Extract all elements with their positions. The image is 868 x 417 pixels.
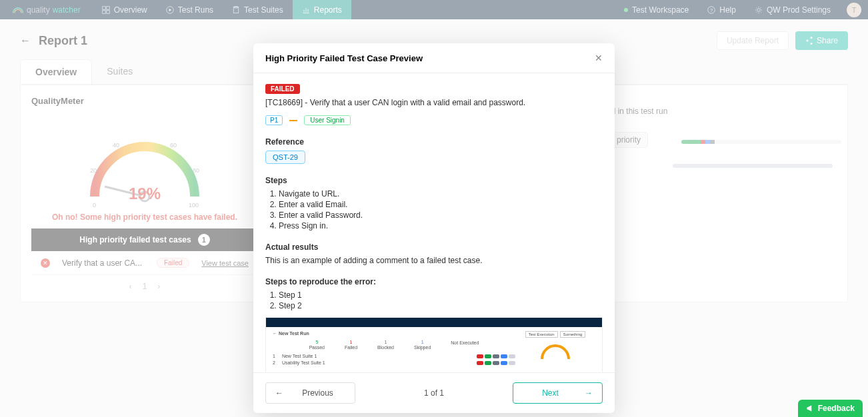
modal-title: High Priority Failed Test Case Preview [265,53,423,63]
status-badge: FAILED [265,84,300,94]
arrow-right-icon: → [585,388,593,398]
reference-heading: Reference [265,137,603,147]
step-item: Navigate to URL. [279,189,603,199]
modal-body[interactable]: FAILED [TC18669] - Verify that a user CA… [253,73,615,372]
test-case-preview-modal: High Priority Failed Test Case Preview ✕… [253,43,615,413]
steps-heading: Steps [265,176,603,185]
repro-list: Step 1 Step 2 [265,290,603,310]
modal-footer: ←Previous 1 of 1 Next→ [253,372,615,413]
previous-button[interactable]: ←Previous [265,382,355,404]
steps-list: Navigate to URL. Enter a valid Email. En… [265,189,603,230]
modal-header: High Priority Failed Test Case Preview ✕ [253,43,615,73]
megaphone-icon [806,404,814,412]
repro-item: Step 2 [279,301,603,310]
arrow-left-icon: ← [275,388,283,398]
close-icon[interactable]: ✕ [595,53,603,63]
suite-tag: User Signin [304,115,351,125]
tag-row: P1 User Signin [265,115,603,125]
att-topbar [266,318,602,327]
prev-label: Previous [290,388,345,398]
feedback-label: Feedback [818,404,855,413]
step-item: Press Sign in. [279,221,603,230]
priority-tag: P1 [265,115,283,125]
actual-results-text: This is an example of adding a comment t… [265,256,603,265]
priority-line-icon [289,120,297,121]
att-title: New Test Run [279,331,309,336]
attachment-screenshot: ← New Test Run 5Passed 1Failed 1Blocked … [265,317,603,372]
repro-heading: Steps to reproduce the error: [265,277,603,286]
att-stats: 5Passed 1Failed 1Blocked 1Skipped Not Ex… [273,337,515,350]
repro-item: Step 1 [279,290,603,300]
modal-overlay: High Priority Failed Test Case Preview ✕… [0,0,868,417]
mini-gauge-icon [539,340,572,360]
next-button[interactable]: Next→ [513,382,603,404]
step-item: Enter a valid Email. [279,200,603,209]
test-case-title: [TC18669] - Verify that a user CAN login… [265,98,603,107]
actual-results-heading: Actual results [265,242,603,252]
step-item: Enter a valid Password. [279,210,603,220]
next-label: Next [523,388,578,398]
reference-link[interactable]: QST-29 [265,151,305,164]
page-indicator: 1 of 1 [363,388,505,398]
feedback-button[interactable]: Feedback [798,400,863,417]
